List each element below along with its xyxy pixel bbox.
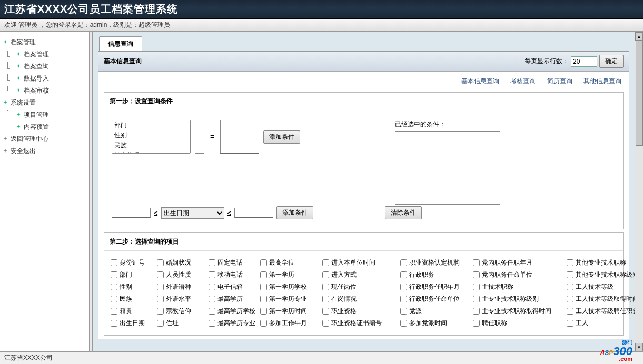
checkbox-input[interactable]	[567, 308, 573, 315]
checkbox-input[interactable]	[567, 271, 573, 278]
field-checkbox[interactable]: 行政职务任命单位	[400, 295, 469, 304]
checkbox-input[interactable]	[209, 271, 215, 278]
field-checkbox[interactable]: 参加工作年月	[260, 319, 318, 328]
checkbox-input[interactable]	[400, 271, 407, 278]
field-checkbox[interactable]: 外语语种	[157, 282, 204, 291]
checkbox-input[interactable]	[111, 259, 117, 266]
field-checkbox[interactable]: 工人技术等级	[567, 282, 635, 291]
field-checkbox[interactable]: 党派	[400, 307, 469, 316]
checkbox-input[interactable]	[209, 308, 215, 315]
add-range-condition-button[interactable]: 添加条件	[276, 206, 313, 219]
checkbox-input[interactable]	[260, 296, 267, 302]
add-condition-button[interactable]: 添加条件	[263, 130, 300, 144]
operator-input[interactable]	[195, 120, 204, 154]
value-input[interactable]	[220, 120, 259, 154]
checkbox-input[interactable]	[157, 271, 164, 278]
checkbox-input[interactable]	[260, 320, 267, 327]
checkbox-input[interactable]	[260, 259, 267, 266]
checkbox-input[interactable]	[400, 284, 407, 290]
checkbox-input[interactable]	[322, 320, 329, 327]
field-checkbox[interactable]: 固定电话	[209, 258, 256, 267]
sidebar-item-logout[interactable]: 安全退出	[2, 145, 87, 157]
checkbox-input[interactable]	[322, 271, 329, 278]
field-checkbox[interactable]: 主专业技术职称级别	[473, 295, 562, 304]
checkbox-input[interactable]	[111, 296, 117, 302]
checkbox-input[interactable]	[473, 259, 480, 266]
field-checkbox[interactable]: 主技术职称	[473, 282, 562, 291]
field-checkbox[interactable]: 主专业技术职称取得时间	[473, 307, 562, 316]
range-field-select[interactable]: 出生日期	[161, 207, 224, 219]
field-checkbox[interactable]: 其他专业技术职称	[567, 258, 635, 267]
field-checkbox[interactable]: 进入方式	[322, 270, 396, 279]
link-resume[interactable]: 简历查询	[547, 77, 572, 85]
checkbox-input[interactable]	[400, 259, 407, 266]
field-checkbox[interactable]: 第一学历学校	[260, 282, 318, 291]
checkbox-input[interactable]	[400, 308, 407, 315]
link-other-info[interactable]: 其他信息查询	[583, 77, 621, 85]
clear-conditions-button[interactable]: 清除条件	[385, 206, 422, 219]
field-checkbox[interactable]: 外语水平	[157, 295, 204, 304]
field-checkbox[interactable]: 工人	[567, 319, 635, 328]
field-checkbox[interactable]: 党内职务任命单位	[473, 270, 562, 279]
checkbox-input[interactable]	[157, 259, 164, 266]
checkbox-input[interactable]	[473, 284, 480, 290]
link-basic-info[interactable]: 基本信息查询	[461, 77, 499, 85]
checkbox-input[interactable]	[473, 296, 480, 302]
field-checkbox[interactable]: 身份证号	[111, 258, 153, 267]
scroll-thumb[interactable]	[636, 41, 643, 146]
field-checkbox[interactable]: 职业资格证书编号	[322, 319, 396, 328]
rows-per-page-input[interactable]	[571, 56, 597, 67]
checkbox-input[interactable]	[567, 296, 573, 302]
field-checkbox[interactable]: 婚姻状况	[157, 258, 204, 267]
sidebar-item-data-import[interactable]: 数据导入	[6, 73, 87, 85]
field-checkbox[interactable]: 在岗情况	[322, 295, 396, 304]
field-checkbox[interactable]: 现任岗位	[322, 282, 396, 291]
vertical-scrollbar[interactable]: ▲ ▼	[635, 32, 643, 351]
field-checkbox[interactable]: 电子信箱	[209, 282, 256, 291]
checkbox-input[interactable]	[473, 320, 480, 327]
field-checkbox[interactable]: 最高学历学校	[209, 307, 256, 316]
checkbox-input[interactable]	[322, 296, 329, 302]
field-checkbox[interactable]: 参加党派时间	[400, 319, 469, 328]
sidebar-item-archive-audit[interactable]: 档案审核	[6, 85, 87, 97]
field-checkbox[interactable]: 聘任职称	[473, 319, 562, 328]
checkbox-input[interactable]	[209, 296, 215, 302]
field-checkbox[interactable]: 职业资格认定机构	[400, 258, 469, 267]
field-checkbox[interactable]: 部门	[111, 270, 153, 279]
checkbox-input[interactable]	[111, 320, 117, 327]
checkbox-input[interactable]	[209, 284, 215, 290]
checkbox-input[interactable]	[111, 308, 117, 315]
checkbox-input[interactable]	[322, 308, 329, 315]
checkbox-input[interactable]	[209, 320, 215, 327]
field-checkbox[interactable]: 人员性质	[157, 270, 204, 279]
checkbox-input[interactable]	[209, 259, 215, 266]
field-checkbox[interactable]: 行政职务	[400, 270, 469, 279]
checkbox-input[interactable]	[567, 320, 573, 327]
checkbox-input[interactable]	[567, 259, 573, 266]
checkbox-input[interactable]	[157, 320, 164, 327]
field-checkbox[interactable]: 籍贯	[111, 307, 153, 316]
field-checkbox[interactable]: 进入本单位时间	[322, 258, 396, 267]
field-checkbox[interactable]: 住址	[157, 319, 204, 328]
field-checkbox[interactable]: 工人技术等级聘任职务	[567, 307, 635, 316]
confirm-button[interactable]: 确定	[599, 55, 624, 68]
field-checkbox[interactable]: 工人技术等级取得时间	[567, 295, 635, 304]
checkbox-input[interactable]	[400, 320, 407, 327]
scroll-down-arrow[interactable]: ▼	[635, 343, 643, 351]
field-checkbox[interactable]: 宗教信仰	[157, 307, 204, 316]
field-checkbox[interactable]: 职业资格	[322, 307, 396, 316]
sidebar-item-return-center[interactable]: 返回管理中心	[2, 133, 87, 145]
field-checkbox[interactable]: 行政职务任职年月	[400, 282, 469, 291]
sidebar-item-system-settings[interactable]: 系统设置	[2, 97, 87, 109]
field-checkbox[interactable]: 最高学位	[260, 258, 318, 267]
field-checkbox[interactable]: 最高学历专业	[209, 319, 256, 328]
checkbox-input[interactable]	[111, 284, 117, 290]
checkbox-input[interactable]	[322, 284, 329, 290]
scroll-up-arrow[interactable]: ▲	[635, 32, 643, 41]
field-checkbox[interactable]: 移动电话	[209, 270, 256, 279]
checkbox-input[interactable]	[260, 284, 267, 290]
tab-info-query[interactable]: 信息查询	[99, 36, 142, 51]
selected-conditions-box[interactable]	[395, 131, 500, 205]
checkbox-input[interactable]	[322, 259, 329, 266]
field-checkbox[interactable]: 其他专业技术职称级别	[567, 270, 635, 279]
